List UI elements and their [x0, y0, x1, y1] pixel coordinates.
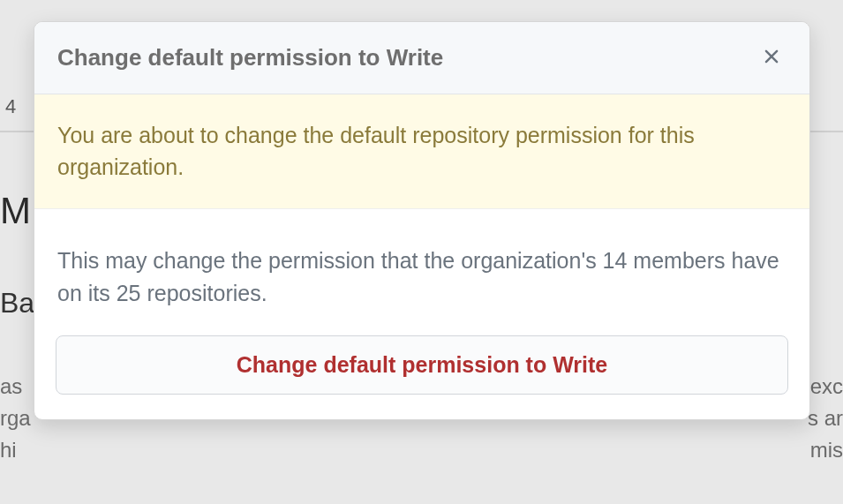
dialog-title: Change default permission to Write — [57, 44, 443, 71]
bg-para-right-2: s ar — [808, 402, 843, 434]
confirm-button[interactable]: Change default permission to Write — [56, 335, 788, 395]
bg-para-left-3: hi — [0, 434, 17, 466]
bg-para-left-1: as — [0, 371, 22, 402]
body-text: This may change the permission that the … — [57, 248, 779, 306]
bg-para-right-3: mis — [810, 434, 843, 466]
warning-text: You are about to change the default repo… — [57, 123, 695, 179]
close-icon — [760, 45, 783, 71]
bg-para-right-1: exc — [810, 371, 843, 402]
warning-banner: You are about to change the default repo… — [34, 94, 809, 209]
bg-section-label: Ba — [0, 287, 34, 320]
dialog-header: Change default permission to Write — [34, 22, 809, 94]
close-button[interactable] — [756, 41, 787, 74]
bg-para-left-2: rga — [0, 402, 31, 434]
bg-heading-fragment: M — [0, 190, 31, 232]
dialog-body: This may change the permission that the … — [34, 209, 809, 318]
bg-count-badge: 4 — [0, 95, 21, 118]
dialog-footer: Change default permission to Write — [34, 318, 809, 419]
confirm-dialog: Change default permission to Write You a… — [34, 21, 810, 420]
